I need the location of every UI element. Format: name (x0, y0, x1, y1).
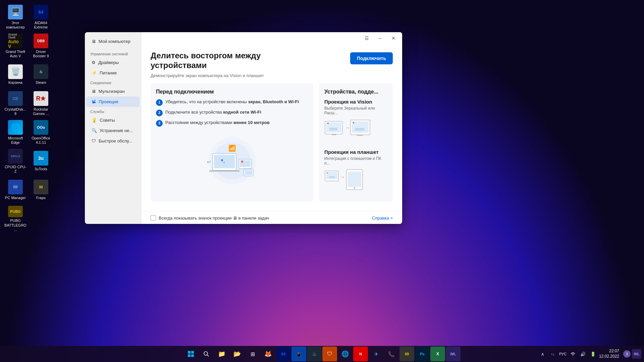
crystaldisk-icon: CD (8, 91, 23, 106)
cards-row: Перед подключением 1 Убедитесь, что на у… (151, 83, 393, 201)
svg-rect-21 (352, 121, 369, 133)
gta5-label: Grand Theft Auto V (4, 50, 27, 58)
sidebar-item-quickservice[interactable]: 🛡 Быстрое обслу... (86, 136, 140, 146)
menu-button[interactable]: ☰ (361, 34, 373, 43)
step-1: 1 Убедитесь, что на устройстве включены … (156, 99, 308, 106)
left-card: Перед подключением 1 Убедитесь, что на у… (151, 83, 314, 201)
last-tray-icon[interactable]: IML (632, 349, 641, 359)
iml-taskbar[interactable]: IML (446, 347, 461, 361)
steps-list: 1 Убедитесь, что на устройстве включены … (156, 99, 308, 127)
aida64-icon: 64 (34, 5, 48, 19)
svg-rect-28 (329, 176, 335, 178)
desktop-icon-3utools[interactable]: 3u 3uTools (28, 147, 54, 176)
steam-icon: ♨ (34, 64, 48, 79)
close-button[interactable]: ✕ (387, 34, 399, 43)
svg-rect-5 (209, 170, 239, 172)
phone-manager-taskbar[interactable]: 📱 (291, 347, 306, 361)
whatsapp-taskbar[interactable]: 📞 (384, 347, 399, 361)
desktop-icon-steam[interactable]: ♨ Steam (28, 60, 54, 89)
desktop-icon-gta5[interactable]: Grand Theft Auto V Grand Theft Auto V (3, 32, 28, 60)
svg-rect-36 (191, 354, 194, 357)
clock-date: 12.02.2022 (599, 354, 619, 359)
desktop-icon-fraps[interactable]: 99 Fraps (28, 176, 54, 204)
svg-text:📶: 📶 (228, 144, 236, 152)
rockstar-icon: R★ (34, 91, 48, 106)
files-button[interactable]: 📂 (230, 347, 245, 361)
svg-rect-18 (332, 134, 336, 135)
tray-language[interactable]: РУС (558, 349, 568, 359)
sidebar-item-drivers[interactable]: ⚙ Драйверы (86, 57, 140, 68)
sidebar-item-multiscreen[interactable]: 🖥 Мультиэкран (86, 86, 140, 97)
explorer-button[interactable]: 📁 (214, 347, 229, 361)
antivirus-taskbar[interactable]: 🛡 (322, 347, 337, 361)
sidebar: 🖥 Мой компьютер Управление системой ⚙ Др… (85, 32, 141, 224)
step-2-text: Подключите все устройства кодной сети Wi… (165, 109, 261, 115)
desktop-icon-pubg[interactable]: PUBG PUBGBATTLEGRO... (3, 204, 28, 233)
vision-title: Проекция на Vision (324, 99, 387, 105)
desktop-icon-recycle[interactable]: 🗑️ Корзина (3, 60, 28, 89)
power-icon: ⚡ (92, 70, 97, 75)
right-card-title: Устройства, подде... (324, 89, 387, 95)
right-card: Устройства, подде... Проекция на Vision … (319, 83, 393, 201)
desktop-icon-pcmanager[interactable]: IM PC Manager (3, 176, 28, 204)
projection-illustration: 📶 (156, 131, 308, 191)
tray-wifi[interactable] (568, 349, 578, 359)
search-button[interactable] (199, 347, 214, 361)
step-2-num: 2 (156, 110, 163, 116)
page-header: Делитесь восторгом междуустройствами Под… (151, 51, 393, 70)
desktop-icon-openoffice[interactable]: OOo OpenOffice4.1.11 (28, 118, 54, 147)
start-button[interactable] (183, 347, 198, 361)
svg-line-38 (207, 355, 209, 357)
desktop-icon-my-computer[interactable]: 🖥️ Этоткомпьютер (3, 3, 28, 32)
steam-label: Steam (36, 80, 46, 85)
sidebar-my-computer[interactable]: 🖥 Мой компьютер (86, 36, 140, 47)
norton-taskbar[interactable]: N (353, 347, 368, 361)
apps-button[interactable]: ⊞ (245, 347, 260, 361)
taskbar-right: ∧ ↑↓ РУС 🔊 🔋 22:07 12.02.2022 3 IML (538, 349, 641, 359)
svg-point-10 (221, 159, 223, 161)
minimize-button[interactable]: ─ (374, 34, 386, 43)
aida64-taskbar[interactable]: 64 (276, 347, 291, 361)
tray-network[interactable]: ↑↓ (548, 349, 557, 359)
driverbooster-label: DriverBooster 9 (33, 50, 49, 58)
sidebar-item-tips[interactable]: 💡 Советы (86, 115, 140, 125)
steam-taskbar[interactable]: ♨ (307, 347, 322, 361)
tips-label: Советы (100, 118, 115, 123)
connect-button[interactable]: Подключить (350, 52, 393, 64)
app99-taskbar[interactable]: 99 (399, 347, 414, 361)
taskbar-clock[interactable]: 22:07 12.02.2022 (599, 349, 619, 359)
telegram-taskbar[interactable]: ✈ (369, 347, 383, 361)
desktop-icon-aida64[interactable]: 64 AIDA64Extreme (28, 3, 54, 32)
openoffice-label: OpenOffice4.1.11 (32, 136, 50, 145)
show-icon-checkbox[interactable] (151, 215, 156, 221)
quickservice-label: Быстрое обслу... (99, 138, 132, 143)
firefox-button[interactable]: 🦊 (261, 347, 275, 361)
help-link[interactable]: Справка > (372, 216, 393, 221)
illustration-svg: 📶 (195, 134, 269, 188)
excel-taskbar[interactable]: X (430, 347, 445, 361)
desktop-icon-driverbooster[interactable]: DB9 DriverBooster 9 (28, 32, 54, 60)
page-title: Делитесь восторгом междуустройствами (151, 51, 261, 70)
desktop-icon-cpuid[interactable]: CPU-Z CPUID CPU-Z (3, 147, 28, 176)
tray-speaker[interactable]: 🔊 (578, 349, 588, 359)
edge-taskbar[interactable]: 🌐 (338, 347, 353, 361)
openoffice-icon: OOo (34, 120, 48, 135)
tablet-illustration: → (324, 169, 387, 191)
desktop-icon-crystaldisk[interactable]: CD CrystalDisk...8 (3, 89, 28, 118)
notification-badge[interactable]: 3 (623, 350, 631, 358)
3utools-label: 3uTools (35, 167, 47, 171)
tray-battery[interactable]: 🔋 (588, 349, 598, 359)
desktop-icons-area: 🖥️ Этоткомпьютер Grand Theft Auto V Gran… (0, 0, 54, 255)
svg-text:→: → (345, 125, 350, 130)
sidebar-item-projection[interactable]: 📽 Проекция (86, 97, 140, 107)
tray-expand[interactable]: ∧ (538, 349, 547, 359)
settings-window: 🖥 Мой компьютер Управление системой ⚙ Др… (85, 32, 402, 224)
photoshop-taskbar[interactable]: Ps (415, 347, 430, 361)
desktop-icon-rockstar[interactable]: R★ RockstarGames ... (28, 89, 54, 118)
troubleshoot-icon: 🔍 (92, 128, 97, 133)
content-footer: Всегда показывать значок проекции 🖥 в па… (141, 212, 402, 224)
sidebar-item-troubleshoot[interactable]: 🔍 Устранение не... (86, 125, 140, 136)
desktop-icon-edge[interactable]: 🌐 MicrosoftEdge (3, 118, 28, 147)
drivers-label: Драйверы (98, 60, 119, 65)
sidebar-item-power[interactable]: ⚡ Питание (86, 68, 140, 78)
